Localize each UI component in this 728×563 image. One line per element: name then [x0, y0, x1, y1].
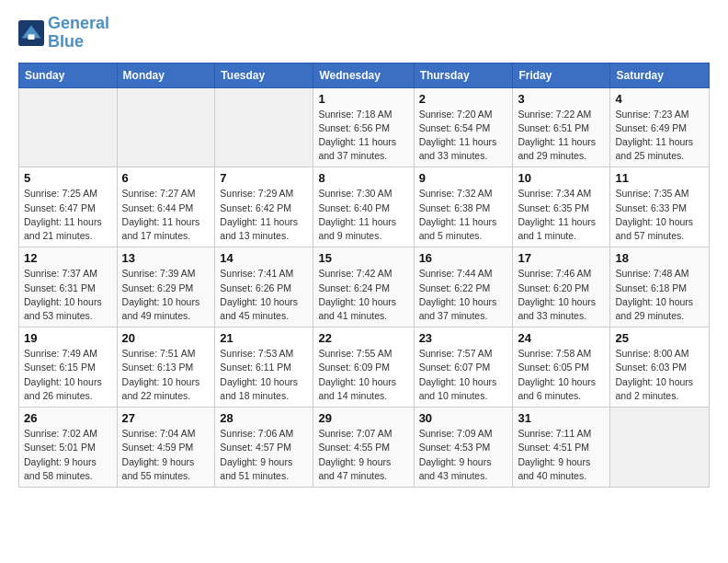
day-number: 7: [220, 171, 308, 185]
day-number: 27: [122, 411, 210, 425]
calendar-cell: 17Sunrise: 7:46 AM Sunset: 6:20 PM Dayli…: [513, 247, 610, 327]
svg-rect-2: [28, 34, 35, 40]
calendar-table: SundayMondayTuesdayWednesdayThursdayFrid…: [18, 63, 710, 488]
day-number: 8: [318, 171, 408, 185]
day-info: Sunrise: 7:41 AM Sunset: 6:26 PM Dayligh…: [220, 267, 308, 323]
day-number: 22: [318, 331, 408, 345]
calendar-cell: [19, 87, 118, 167]
day-number: 6: [122, 171, 210, 185]
calendar-cell: 5Sunrise: 7:25 AM Sunset: 6:47 PM Daylig…: [19, 167, 118, 247]
calendar-cell: 27Sunrise: 7:04 AM Sunset: 4:59 PM Dayli…: [117, 408, 215, 488]
weekday-header: Thursday: [414, 63, 513, 87]
day-info: Sunrise: 7:11 AM Sunset: 4:51 PM Dayligh…: [518, 427, 605, 483]
weekday-header: Saturday: [610, 63, 710, 87]
day-number: 9: [419, 171, 508, 185]
day-info: Sunrise: 7:02 AM Sunset: 5:01 PM Dayligh…: [24, 427, 112, 483]
day-number: 17: [518, 251, 605, 265]
day-info: Sunrise: 7:55 AM Sunset: 6:09 PM Dayligh…: [318, 347, 408, 403]
logo-icon: [18, 20, 44, 46]
day-info: Sunrise: 7:25 AM Sunset: 6:47 PM Dayligh…: [24, 187, 112, 243]
day-info: Sunrise: 7:07 AM Sunset: 4:55 PM Dayligh…: [318, 427, 408, 483]
day-number: 2: [419, 92, 508, 106]
day-info: Sunrise: 7:48 AM Sunset: 6:18 PM Dayligh…: [615, 267, 704, 323]
calendar-cell: 2Sunrise: 7:20 AM Sunset: 6:54 PM Daylig…: [414, 87, 513, 167]
day-info: Sunrise: 7:18 AM Sunset: 6:56 PM Dayligh…: [318, 108, 408, 164]
logo-blue: Blue: [48, 32, 84, 51]
day-number: 13: [122, 251, 210, 265]
calendar-cell: [117, 87, 215, 167]
day-number: 15: [318, 251, 408, 265]
logo: General Blue: [18, 15, 109, 52]
calendar-row: 26Sunrise: 7:02 AM Sunset: 5:01 PM Dayli…: [19, 408, 710, 488]
day-number: 18: [615, 251, 704, 265]
calendar-row: 5Sunrise: 7:25 AM Sunset: 6:47 PM Daylig…: [19, 167, 710, 247]
calendar-cell: 7Sunrise: 7:29 AM Sunset: 6:42 PM Daylig…: [215, 167, 313, 247]
calendar-cell: 28Sunrise: 7:06 AM Sunset: 4:57 PM Dayli…: [215, 408, 313, 488]
logo-general: General: [48, 14, 109, 32]
calendar-cell: 30Sunrise: 7:09 AM Sunset: 4:53 PM Dayli…: [414, 408, 513, 488]
calendar-cell: 3Sunrise: 7:22 AM Sunset: 6:51 PM Daylig…: [513, 87, 610, 167]
weekday-header: Wednesday: [313, 63, 414, 87]
day-number: 28: [220, 411, 308, 425]
calendar-cell: 31Sunrise: 7:11 AM Sunset: 4:51 PM Dayli…: [513, 408, 610, 488]
calendar-row: 19Sunrise: 7:49 AM Sunset: 6:15 PM Dayli…: [19, 327, 710, 408]
calendar-cell: 23Sunrise: 7:57 AM Sunset: 6:07 PM Dayli…: [414, 327, 513, 408]
day-info: Sunrise: 7:09 AM Sunset: 4:53 PM Dayligh…: [419, 427, 508, 483]
calendar-cell: 26Sunrise: 7:02 AM Sunset: 5:01 PM Dayli…: [19, 408, 118, 488]
day-info: Sunrise: 7:39 AM Sunset: 6:29 PM Dayligh…: [122, 267, 210, 323]
day-info: Sunrise: 7:49 AM Sunset: 6:15 PM Dayligh…: [24, 347, 112, 403]
calendar-cell: 9Sunrise: 7:32 AM Sunset: 6:38 PM Daylig…: [414, 167, 513, 247]
weekday-header: Friday: [513, 63, 610, 87]
calendar-cell: 8Sunrise: 7:30 AM Sunset: 6:40 PM Daylig…: [313, 167, 414, 247]
calendar-cell: 20Sunrise: 7:51 AM Sunset: 6:13 PM Dayli…: [117, 327, 215, 408]
day-info: Sunrise: 7:53 AM Sunset: 6:11 PM Dayligh…: [220, 347, 308, 403]
calendar-cell: [610, 408, 710, 488]
day-info: Sunrise: 7:23 AM Sunset: 6:49 PM Dayligh…: [615, 108, 704, 164]
day-number: 4: [615, 92, 704, 106]
calendar-cell: 1Sunrise: 7:18 AM Sunset: 6:56 PM Daylig…: [313, 87, 414, 167]
calendar-cell: 11Sunrise: 7:35 AM Sunset: 6:33 PM Dayli…: [610, 167, 710, 247]
day-info: Sunrise: 7:20 AM Sunset: 6:54 PM Dayligh…: [419, 108, 508, 164]
day-info: Sunrise: 7:42 AM Sunset: 6:24 PM Dayligh…: [318, 267, 408, 323]
day-number: 19: [24, 331, 112, 345]
calendar-row: 1Sunrise: 7:18 AM Sunset: 6:56 PM Daylig…: [19, 87, 710, 167]
calendar-cell: 4Sunrise: 7:23 AM Sunset: 6:49 PM Daylig…: [610, 87, 710, 167]
calendar-cell: 24Sunrise: 7:58 AM Sunset: 6:05 PM Dayli…: [513, 327, 610, 408]
day-info: Sunrise: 7:22 AM Sunset: 6:51 PM Dayligh…: [518, 108, 605, 164]
calendar-cell: 15Sunrise: 7:42 AM Sunset: 6:24 PM Dayli…: [313, 247, 414, 327]
day-number: 23: [419, 331, 508, 345]
day-info: Sunrise: 7:04 AM Sunset: 4:59 PM Dayligh…: [122, 427, 210, 483]
day-number: 3: [518, 92, 605, 106]
day-info: Sunrise: 7:51 AM Sunset: 6:13 PM Dayligh…: [122, 347, 210, 403]
day-info: Sunrise: 7:29 AM Sunset: 6:42 PM Dayligh…: [220, 187, 308, 243]
day-number: 24: [518, 331, 605, 345]
day-info: Sunrise: 7:46 AM Sunset: 6:20 PM Dayligh…: [518, 267, 605, 323]
calendar-cell: 12Sunrise: 7:37 AM Sunset: 6:31 PM Dayli…: [19, 247, 118, 327]
calendar-cell: 29Sunrise: 7:07 AM Sunset: 4:55 PM Dayli…: [313, 408, 414, 488]
day-number: 5: [24, 171, 112, 185]
calendar-cell: 16Sunrise: 7:44 AM Sunset: 6:22 PM Dayli…: [414, 247, 513, 327]
day-number: 26: [24, 411, 112, 425]
calendar-cell: 18Sunrise: 7:48 AM Sunset: 6:18 PM Dayli…: [610, 247, 710, 327]
day-info: Sunrise: 7:37 AM Sunset: 6:31 PM Dayligh…: [24, 267, 112, 323]
day-info: Sunrise: 7:58 AM Sunset: 6:05 PM Dayligh…: [518, 347, 605, 403]
calendar-cell: 19Sunrise: 7:49 AM Sunset: 6:15 PM Dayli…: [19, 327, 118, 408]
day-number: 31: [518, 411, 605, 425]
logo-text: General Blue: [48, 15, 109, 52]
day-info: Sunrise: 7:57 AM Sunset: 6:07 PM Dayligh…: [419, 347, 508, 403]
day-number: 29: [318, 411, 408, 425]
day-info: Sunrise: 7:32 AM Sunset: 6:38 PM Dayligh…: [419, 187, 508, 243]
day-info: Sunrise: 7:34 AM Sunset: 6:35 PM Dayligh…: [518, 187, 605, 243]
day-number: 11: [615, 171, 704, 185]
weekday-header: Tuesday: [215, 63, 313, 87]
day-info: Sunrise: 7:44 AM Sunset: 6:22 PM Dayligh…: [419, 267, 508, 323]
header: General Blue: [18, 15, 710, 52]
day-number: 21: [220, 331, 308, 345]
day-number: 12: [24, 251, 112, 265]
day-info: Sunrise: 7:27 AM Sunset: 6:44 PM Dayligh…: [122, 187, 210, 243]
calendar-cell: 14Sunrise: 7:41 AM Sunset: 6:26 PM Dayli…: [215, 247, 313, 327]
calendar-cell: [215, 87, 313, 167]
calendar-cell: 6Sunrise: 7:27 AM Sunset: 6:44 PM Daylig…: [117, 167, 215, 247]
day-info: Sunrise: 7:35 AM Sunset: 6:33 PM Dayligh…: [615, 187, 704, 243]
calendar-cell: 13Sunrise: 7:39 AM Sunset: 6:29 PM Dayli…: [117, 247, 215, 327]
